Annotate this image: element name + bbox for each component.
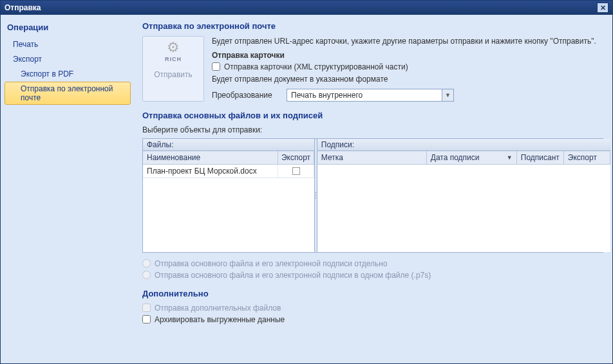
radio-block: Отправка основного файла и его электронн…: [142, 259, 603, 280]
sigs-grid-body: [317, 165, 610, 252]
sidebar-item-1[interactable]: Экспорт: [5, 52, 131, 66]
card-section-title: Отправка карточки: [212, 51, 603, 60]
sigs-col-signer[interactable]: Подписант: [517, 151, 564, 164]
sigs-col-export[interactable]: Экспорт: [564, 151, 610, 164]
additional-title: Дополнительно: [142, 289, 603, 298]
send-card-checkbox-label: Отправка карточки (XML структурированной…: [224, 62, 408, 71]
transform-row: Преобразование Печать внутреннего ▼: [212, 89, 603, 102]
page-title: Отправка по электронной почте: [142, 21, 603, 31]
send-card-checkbox[interactable]: [212, 62, 220, 71]
file-name-cell: План-проект БЦ Морской.docx: [143, 165, 278, 177]
extra-files-row: Отправка дополнительных файлов: [142, 304, 603, 313]
sigs-grid-header: Метка Дата подписи ▼ Подписант Экспорт: [317, 151, 610, 165]
window-title: Отправка: [5, 3, 41, 12]
files-panel-title: Файлы:: [143, 139, 314, 151]
transform-label: Преобразование: [212, 91, 281, 100]
checkbox-icon: [292, 167, 300, 175]
description-text: Будет отправлен URL-адрес карточки, укаж…: [212, 36, 603, 47]
send-label: Отправить: [154, 70, 193, 79]
sidebar-title: Операции: [7, 23, 128, 32]
chevron-down-icon: ▼: [442, 89, 453, 101]
sidebar-item-0[interactable]: Печать: [5, 37, 131, 51]
radio-separate-row: Отправка основного файла и его электронн…: [142, 259, 603, 268]
files-section-title: Отправка основных файлов и их подписей: [142, 111, 603, 120]
files-instruction: Выберите объекты для отправки:: [142, 125, 603, 134]
sort-desc-icon: ▼: [507, 154, 513, 161]
sigs-col-mark[interactable]: Метка: [317, 151, 427, 164]
archive-label: Архивировать выгруженные данные: [155, 315, 285, 324]
card-checkbox-row: Отправка карточки (XML структурированной…: [212, 62, 603, 71]
transform-select[interactable]: Печать внутреннего ▼: [287, 89, 454, 102]
transform-value: Печать внутреннего: [287, 91, 442, 100]
dialog-window: Отправка ✕ Операции ПечатьЭкспортЭкспорт…: [0, 0, 613, 364]
tables-row: Файлы: Наименование Экспорт План-проект …: [142, 138, 603, 253]
files-panel: Файлы: Наименование Экспорт План-проект …: [143, 139, 314, 252]
sigs-col-date-label: Дата подписи: [431, 153, 480, 162]
dialog-body: Операции ПечатьЭкспортЭкспорт в PDFОтпра…: [1, 15, 612, 363]
files-grid-header: Наименование Экспорт: [143, 151, 314, 165]
additional-section: Дополнительно Отправка дополнительных фа…: [142, 289, 603, 324]
files-section: Отправка основных файлов и их подписей В…: [142, 111, 603, 280]
titlebar: Отправка ✕: [1, 1, 612, 15]
close-button[interactable]: ✕: [597, 3, 608, 13]
sidebar: Операции ПечатьЭкспортЭкспорт в PDFОтпра…: [1, 15, 135, 363]
format-note: Будет отправлен документ в указанном фор…: [212, 74, 603, 85]
card-row: ⚙ RICH Отправить Будет отправлен URL-адр…: [142, 36, 603, 102]
rich-label: RICH: [165, 56, 182, 62]
close-icon: ✕: [600, 4, 606, 12]
files-grid-body: План-проект БЦ Морской.docx: [143, 165, 314, 252]
file-row[interactable]: План-проект БЦ Морской.docx: [143, 165, 314, 178]
file-export-cell[interactable]: [278, 165, 314, 177]
radio-single-label: Отправка основного файла и его электронн…: [155, 271, 431, 280]
gear-icon: ⚙: [167, 41, 180, 55]
radio-separate-label: Отправка основного файла и его электронн…: [155, 259, 388, 268]
archive-row: Архивировать выгруженные данные: [142, 315, 603, 324]
extra-files-label: Отправка дополнительных файлов: [155, 304, 281, 313]
archive-checkbox[interactable]: [142, 315, 151, 323]
sigs-panel-title: Подписи:: [317, 139, 610, 151]
radio-single: [142, 271, 151, 279]
sidebar-item-2[interactable]: Экспорт в PDF: [5, 67, 131, 81]
sigs-col-date[interactable]: Дата подписи ▼: [427, 151, 517, 164]
extra-files-checkbox: [142, 304, 151, 312]
sigs-panel: Подписи: Метка Дата подписи ▼ Подписант …: [317, 139, 610, 252]
send-button[interactable]: ⚙ RICH Отправить: [142, 36, 204, 102]
sidebar-item-3[interactable]: Отправка по электронной почте: [5, 82, 131, 105]
radio-single-row: Отправка основного файла и его электронн…: [142, 271, 603, 280]
files-col-name[interactable]: Наименование: [143, 151, 278, 164]
main-panel: Отправка по электронной почте ⚙ RICH Отп…: [135, 15, 612, 363]
splitter-handle-icon: ···: [315, 192, 317, 199]
files-col-export[interactable]: Экспорт: [278, 151, 314, 164]
card-content: Будет отправлен URL-адрес карточки, укаж…: [212, 36, 603, 102]
radio-separate: [142, 259, 151, 268]
